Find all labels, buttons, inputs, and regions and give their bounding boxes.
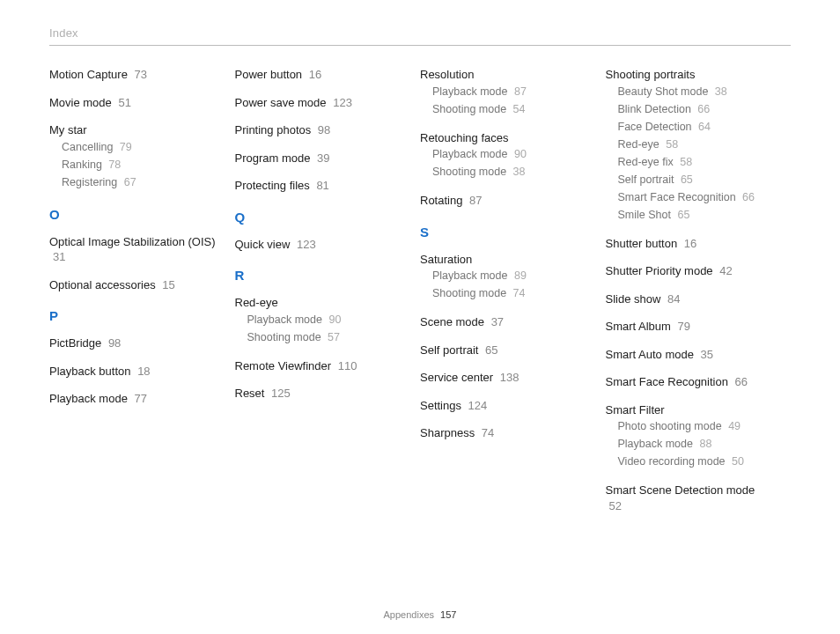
- index-entry[interactable]: PictBridge 98: [49, 335, 217, 351]
- index-sub-entry[interactable]: Ranking 78: [62, 156, 217, 173]
- index-entry[interactable]: Slide show 84: [606, 291, 774, 307]
- index-entry-page: 42: [719, 264, 732, 277]
- index-sub-label: Registering: [62, 176, 117, 188]
- index-sub-page: 38: [513, 166, 526, 178]
- index-entry[interactable]: Reset 125: [235, 386, 403, 402]
- index-entry-label: Optical Image Stabilization (OIS): [49, 235, 216, 248]
- index-entry-label: Optional accessories: [49, 278, 156, 291]
- index-entry-label: Playback button: [49, 365, 131, 378]
- index-entry-label: Smart Album: [606, 320, 671, 333]
- index-sub-page: 88: [699, 438, 711, 450]
- index-entry-page: 18: [137, 365, 150, 378]
- index-entry[interactable]: Optical Image Stabilization (OIS) 31: [49, 234, 217, 265]
- index-sub-entry[interactable]: Red-eye 58: [618, 136, 774, 153]
- index-entry-page: 125: [271, 387, 291, 400]
- index-entry-page: 15: [162, 278, 174, 291]
- index-entry-label: Self portrait: [420, 343, 478, 357]
- index-entry[interactable]: Motion Capture 73: [49, 67, 217, 83]
- index-entry-page: 84: [667, 292, 680, 306]
- index-sub-entry[interactable]: Video recording mode 50: [618, 453, 774, 470]
- index-entry[interactable]: Quick view 123: [235, 237, 403, 253]
- index-entry[interactable]: Sharpness 74: [420, 425, 588, 441]
- index-sub-label: Shooting mode: [432, 103, 506, 115]
- index-entry-page: 16: [309, 68, 321, 81]
- index-entry[interactable]: Rotating 87: [420, 193, 588, 209]
- index-sub-page: 38: [715, 85, 727, 98]
- index-sub-entry[interactable]: Red-eye fix 58: [618, 153, 774, 171]
- index-sub-label: Shooting mode: [432, 166, 506, 178]
- index-entry-label: Motion Capture: [49, 68, 128, 81]
- index-entry-page: 39: [317, 151, 329, 165]
- index-entry[interactable]: Shutter Priority mode 42: [606, 263, 774, 279]
- index-group: SaturationPlayback mode 89Shooting mode …: [420, 252, 588, 303]
- index-entry[interactable]: Smart Album 79: [606, 319, 774, 335]
- index-sub-entry[interactable]: Registering 67: [62, 173, 217, 191]
- index-entry-label: Slide show: [606, 292, 661, 306]
- index-sub-page: 64: [698, 121, 711, 133]
- index-entry-label: Protecting files: [235, 179, 310, 192]
- index-sub-entry[interactable]: Shooting mode 57: [247, 328, 403, 346]
- index-entry-page: 73: [135, 68, 147, 81]
- index-group: My starCancelling 79Ranking 78Registerin…: [49, 122, 217, 191]
- index-sub-entry[interactable]: Cancelling 79: [62, 138, 217, 156]
- index-entry[interactable]: Power save mode 123: [235, 95, 403, 111]
- index-group-title: Resolution: [420, 67, 588, 83]
- index-entry[interactable]: Protecting files 81: [235, 178, 403, 194]
- index-sub-entry[interactable]: Smile Shot 65: [618, 206, 774, 224]
- index-sub-entry[interactable]: Playback mode 89: [432, 267, 588, 284]
- index-sub-entry[interactable]: Playback mode 90: [432, 145, 588, 163]
- index-sub-label: Playback mode: [618, 438, 693, 450]
- index-entry[interactable]: Settings 124: [420, 398, 588, 414]
- footer-page: 157: [440, 609, 456, 620]
- index-entry-page: 31: [53, 250, 65, 263]
- index-entry[interactable]: Power button 16: [235, 67, 403, 83]
- index-entry-page: 51: [118, 96, 130, 109]
- index-sub-page: 50: [732, 455, 744, 468]
- index-entry-label: Power button: [235, 68, 303, 81]
- index-entry[interactable]: Smart Scene Detection mode 52: [606, 483, 774, 513]
- index-entry-page: 74: [482, 426, 494, 439]
- index-entry[interactable]: Smart Auto mode 35: [606, 347, 774, 363]
- index-sub-entry[interactable]: Face Detection 64: [618, 118, 774, 136]
- index-sub-entry[interactable]: Shooting mode 74: [432, 284, 588, 302]
- index-sub-page: 54: [513, 103, 526, 115]
- index-entry[interactable]: Self portrait 65: [420, 343, 588, 358]
- index-group-title: Shooting portraits: [606, 67, 774, 83]
- index-entry[interactable]: Service center 138: [420, 370, 588, 386]
- index-entry[interactable]: Program mode 39: [235, 151, 403, 166]
- index-sub-label: Smart Face Recognition: [618, 191, 736, 203]
- index-sub-page: 90: [328, 313, 341, 326]
- index-sub-entry[interactable]: Photo shooting mode 49: [618, 417, 774, 435]
- index-entry[interactable]: Shutter button 16: [606, 236, 774, 252]
- index-entry-page: 79: [678, 320, 690, 333]
- index-sub-entry[interactable]: Blink Detection 66: [618, 100, 774, 118]
- index-entry-label: Settings: [420, 399, 461, 412]
- index-sub-page: 58: [666, 138, 678, 151]
- index-entry[interactable]: Optional accessories 15: [49, 277, 217, 293]
- index-entry[interactable]: Smart Face Recognition 66: [606, 374, 774, 390]
- index-entry[interactable]: Scene mode 37: [420, 314, 588, 330]
- index-entry[interactable]: Printing photos 98: [235, 122, 403, 138]
- index-entry-label: Smart Face Recognition: [606, 375, 728, 388]
- index-sub-entry[interactable]: Smart Face Recognition 66: [618, 188, 774, 206]
- index-entry-label: Smart Auto mode: [606, 348, 694, 361]
- index-entry-page: 77: [135, 392, 147, 405]
- index-entry[interactable]: Remote Viewfinder 110: [235, 358, 403, 374]
- index-entry[interactable]: Playback button 18: [49, 364, 217, 380]
- index-sub-label: Face Detection: [618, 121, 692, 133]
- index-sub-entry[interactable]: Shooting mode 54: [432, 100, 588, 118]
- index-sub-entry[interactable]: Playback mode 90: [247, 311, 403, 328]
- index-sub-label: Video recording mode: [618, 455, 726, 468]
- index-letter-header: Q: [235, 210, 403, 225]
- index-sub-entry[interactable]: Self portrait 65: [618, 171, 774, 188]
- index-sub-page: 58: [680, 156, 692, 168]
- index-sub-entry[interactable]: Playback mode 87: [432, 83, 588, 100]
- index-sub-page: 79: [120, 141, 132, 153]
- index-sub-entry[interactable]: Shooting mode 38: [432, 163, 588, 181]
- index-sub-entry[interactable]: Playback mode 88: [618, 435, 774, 453]
- index-entry[interactable]: Movie mode 51: [49, 95, 217, 111]
- index-sub-entry[interactable]: Beauty Shot mode 38: [618, 83, 774, 100]
- index-entry[interactable]: Playback mode 77: [49, 391, 217, 407]
- index-group-title: Saturation: [420, 252, 588, 268]
- index-letter-header: P: [49, 308, 217, 323]
